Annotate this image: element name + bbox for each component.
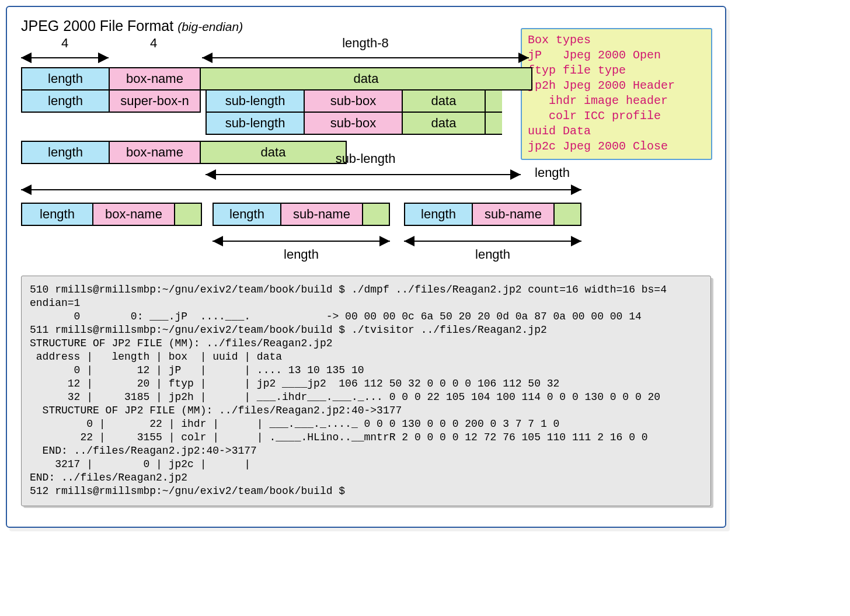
- cell-data: data: [200, 67, 532, 91]
- cell-length: length: [21, 67, 110, 91]
- ruler-label: length: [523, 165, 581, 180]
- cell-sublength: sub-length: [205, 89, 305, 113]
- cell-subbox: sub-box: [304, 112, 403, 135]
- terminal-line: 22 | 3155 | colr | | .____.HLino..__mntr…: [30, 431, 648, 443]
- cell-data-stub: [174, 203, 202, 226]
- ruler-label: sub-length: [313, 151, 418, 166]
- ruler-label: length: [404, 247, 581, 262]
- terminal-line: 3217 | 0 | jp2c | |: [30, 458, 250, 470]
- terminal-line: 0 0: ___.jP ....___. -> 00 00 00 0c 6a 5…: [30, 311, 642, 322]
- ruler-label: 4: [110, 36, 197, 51]
- ruler-label: length: [212, 247, 390, 262]
- cell-ellipsis: [485, 112, 502, 135]
- terminal-line: 0 | 12 | jP | | .... 13 10 135 10: [30, 364, 364, 376]
- terminal-line: 32 | 3185 | jp2h | | ___.ihdr___.___._..…: [30, 391, 660, 403]
- ruler-length-full: [21, 183, 581, 197]
- terminal-line: endian=1: [30, 297, 80, 309]
- cell-data-stub: [553, 203, 581, 226]
- terminal-output: 510 rmills@rmillsmbp:~/gnu/exiv2/team/bo…: [21, 276, 711, 506]
- ruler-length-sub2: [404, 234, 581, 248]
- cell-subbox: sub-box: [304, 89, 403, 113]
- cell-superbox: super-box-n: [109, 89, 201, 113]
- terminal-line: STRUCTURE OF JP2 FILE (MM): ../files/Rea…: [30, 337, 332, 349]
- terminal-line: STRUCTURE OF JP2 FILE (MM): ../files/Rea…: [30, 405, 402, 416]
- cell-length: length: [212, 203, 281, 226]
- ruler-label: length-8: [202, 36, 529, 51]
- cell-boxname: box-name: [92, 203, 175, 226]
- terminal-pre: 510 rmills@rmillsmbp:~/gnu/exiv2/team/bo…: [21, 276, 711, 506]
- cell-length: length: [21, 89, 110, 113]
- terminal-line: END: ../files/Reagan2.jp2:40->3177: [30, 445, 257, 457]
- ruler-length-sub1: [212, 234, 390, 248]
- ruler-length8: [202, 51, 529, 65]
- terminal-line: 12 | 20 | ftyp | | jp2 ____jp2 106 112 5…: [30, 378, 559, 389]
- cell-length: length: [404, 203, 473, 226]
- cell-data: data: [402, 89, 486, 113]
- ruler-sublength: [205, 168, 521, 182]
- terminal-line: 511 rmills@rmillsmbp:~/gnu/exiv2/team/bo…: [30, 324, 547, 336]
- cell-data: data: [402, 112, 486, 135]
- cell-subname: sub-name: [280, 203, 363, 226]
- structure-diagram: 4 4 length-8 length box-name data length…: [21, 38, 711, 272]
- cell-data-stub: [362, 203, 390, 226]
- cell-sublength: sub-length: [205, 112, 305, 135]
- terminal-line: 0 | 22 | ihdr | | ___.___._...._ 0 0 0 1…: [30, 418, 559, 430]
- terminal-line: 510 rmills@rmillsmbp:~/gnu/exiv2/team/bo…: [30, 284, 667, 295]
- title-sub: (big-endian): [177, 20, 243, 33]
- ruler-label: 4: [21, 36, 109, 51]
- ruler-4-right: [21, 51, 109, 65]
- cell-ellipsis: [485, 89, 502, 113]
- main-panel: JPEG 2000 File Format (big-endian) Box t…: [6, 6, 726, 528]
- cell-boxname: box-name: [109, 141, 201, 164]
- cell-subname: sub-name: [472, 203, 555, 226]
- cell-length: length: [21, 141, 110, 164]
- title-main: JPEG 2000 File Format: [21, 18, 177, 34]
- terminal-line: 512 rmills@rmillsmbp:~/gnu/exiv2/team/bo…: [30, 485, 345, 497]
- terminal-line: END: ../files/Reagan2.jp2: [30, 472, 187, 483]
- cell-boxname: box-name: [109, 67, 201, 91]
- cell-length: length: [21, 203, 93, 226]
- diagram-container: JPEG 2000 File Format (big-endian) Box t…: [6, 6, 730, 531]
- terminal-line: address | length | box | uuid | data: [30, 351, 282, 363]
